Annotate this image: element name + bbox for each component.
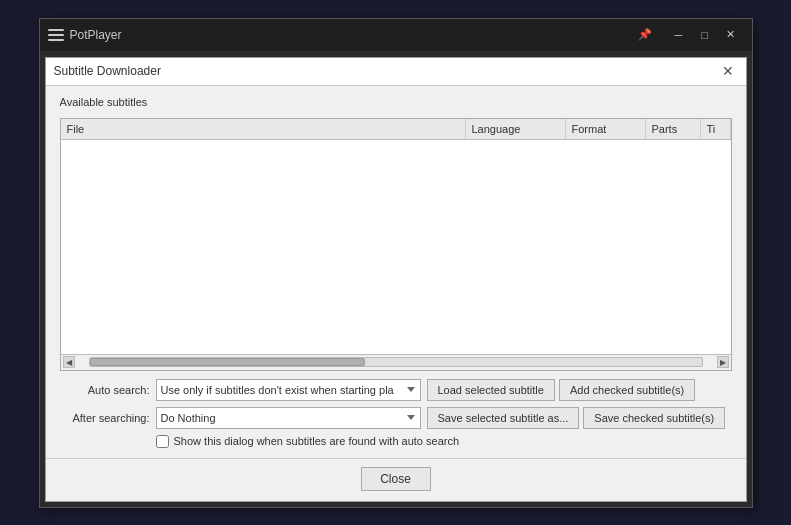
form-rows: Auto search: Use only if subtitles don't… [60,379,732,448]
dialog-footer: Close [46,458,746,501]
horizontal-scrollbar[interactable]: ◀ ▶ [61,354,731,370]
dialog-close-x-button[interactable]: ✕ [718,61,738,81]
inner-titlebar: Subtitle Downloader ✕ [46,58,746,86]
col-header-language: Language [466,119,566,139]
outer-window-title: PotPlayer [70,28,632,42]
show-dialog-checkbox-row: Show this dialog when subtitles are foun… [156,435,732,448]
outer-window: PotPlayer 📌 ─ □ ✕ Subtitle Downloader ✕ … [39,18,753,508]
scroll-right-arrow[interactable]: ▶ [717,356,729,368]
auto-search-label: Auto search: [60,384,150,396]
auto-search-select[interactable]: Use only if subtitles don't exist when s… [156,379,421,401]
show-dialog-checkbox[interactable] [156,435,169,448]
scrollbar-track[interactable] [89,357,703,367]
save-checked-button[interactable]: Save checked subtitle(s) [583,407,725,429]
col-header-ti: Ti [701,119,731,139]
load-selected-button[interactable]: Load selected subtitle [427,379,555,401]
table-header: File Language Format Parts Ti [61,119,731,140]
menu-icon[interactable] [48,29,64,41]
auto-search-row: Auto search: Use only if subtitles don't… [60,379,732,401]
outer-window-controls: ─ □ ✕ [666,24,744,46]
close-button[interactable]: Close [361,467,431,491]
add-checked-button[interactable]: Add checked subtitle(s) [559,379,695,401]
dialog-content: Available subtitles File Language Format… [46,86,746,458]
available-subtitles-label: Available subtitles [60,96,732,108]
auto-search-buttons: Load selected subtitle Add checked subti… [427,379,696,401]
pin-icon[interactable]: 📌 [638,28,652,41]
subtitle-downloader-dialog: Subtitle Downloader ✕ Available subtitle… [45,57,747,502]
table-body[interactable] [61,140,731,354]
show-dialog-checkbox-label: Show this dialog when subtitles are foun… [174,435,460,447]
after-searching-select[interactable]: Do Nothing Load first subtitle Load best… [156,407,421,429]
save-selected-as-button[interactable]: Save selected subtitle as... [427,407,580,429]
after-searching-row: After searching: Do Nothing Load first s… [60,407,732,429]
scroll-left-arrow[interactable]: ◀ [63,356,75,368]
maximize-button[interactable]: □ [692,24,718,46]
minimize-button[interactable]: ─ [666,24,692,46]
col-header-parts: Parts [646,119,701,139]
subtitles-table: File Language Format Parts Ti ◀ ▶ [60,118,732,371]
outer-close-button[interactable]: ✕ [718,24,744,46]
scrollbar-thumb[interactable] [90,358,365,366]
outer-titlebar: PotPlayer 📌 ─ □ ✕ [40,19,752,51]
col-header-format: Format [566,119,646,139]
dialog-title: Subtitle Downloader [54,64,161,78]
after-searching-buttons: Save selected subtitle as... Save checke… [427,407,726,429]
col-header-file: File [61,119,466,139]
after-searching-label: After searching: [60,412,150,424]
